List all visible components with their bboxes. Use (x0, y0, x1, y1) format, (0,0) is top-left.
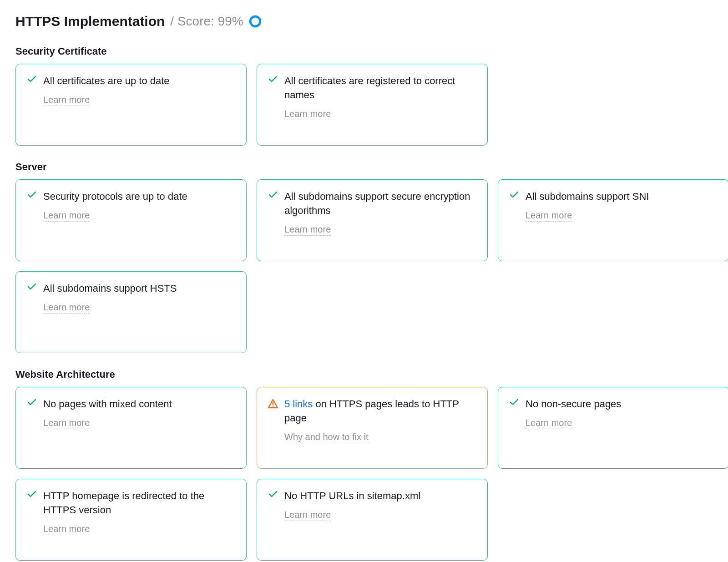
card-no-http-urls-sitemap: No HTTP URLs in sitemap.xml Learn more (257, 479, 488, 561)
learn-more-link[interactable]: Learn more (284, 223, 331, 236)
learn-more-link[interactable]: Learn more (284, 509, 331, 521)
card-text: No non-secure pages (526, 397, 621, 411)
card-certificates-up-to-date: All certificates are up to date Learn mo… (15, 64, 247, 146)
card-hsts-support: All subdomains support HSTS Learn more (15, 271, 247, 353)
check-icon (509, 190, 519, 198)
card-text: All subdomains support HSTS (43, 282, 177, 296)
learn-more-link[interactable]: Learn more (284, 108, 331, 120)
card-no-mixed-content: No pages with mixed content Learn more (15, 387, 247, 469)
section-title-website-architecture: Website Architecture (15, 369, 713, 380)
score-donut-icon (249, 15, 262, 28)
learn-more-link[interactable]: Learn more (43, 209, 90, 222)
learn-more-link[interactable]: Learn more (43, 523, 90, 535)
card-grid-server: Security protocols are up to date Learn … (15, 179, 713, 353)
page-header: HTTPS Implementation / Score: 99% (15, 14, 713, 29)
learn-more-link[interactable]: Learn more (43, 301, 90, 314)
card-sni-support: All subdomains support SNI Learn more (498, 179, 728, 261)
card-security-protocols: Security protocols are up to date Learn … (15, 179, 247, 261)
check-icon (27, 489, 37, 497)
learn-more-link[interactable]: Learn more (43, 417, 90, 429)
card-text: 5 links on HTTPS pages leads to HTTP pag… (284, 397, 476, 425)
check-icon (268, 74, 278, 82)
card-text: No pages with mixed content (43, 397, 172, 411)
svg-point-3 (273, 405, 274, 407)
score-label: / Score: 99% (170, 14, 243, 29)
card-text: No HTTP URLs in sitemap.xml (284, 489, 420, 503)
card-https-to-http-links: 5 links on HTTPS pages leads to HTTP pag… (257, 387, 488, 469)
check-icon (27, 74, 37, 82)
card-secure-encryption: All subdomains support secure encryption… (257, 179, 488, 261)
section-title-server: Server (15, 161, 713, 173)
check-icon (27, 397, 37, 405)
check-icon (27, 282, 37, 290)
svg-point-1 (250, 16, 260, 26)
check-icon (268, 190, 278, 198)
card-certificates-correct-names: All certificates are registered to corre… (257, 64, 488, 146)
check-icon (268, 489, 278, 497)
card-text: All subdomains support secure encryption… (284, 190, 476, 218)
card-no-nonsecure-pages: No non-secure pages Learn more (498, 387, 728, 469)
learn-more-link[interactable]: Learn more (43, 94, 90, 106)
learn-more-link[interactable]: Learn more (526, 209, 572, 222)
issue-count-link[interactable]: 5 links (284, 398, 313, 410)
section-title-security-certificate: Security Certificate (15, 46, 713, 57)
check-icon (509, 397, 519, 405)
card-grid-security-certificate: All certificates are up to date Learn mo… (15, 64, 713, 146)
page-title: HTTPS Implementation (15, 14, 165, 29)
fix-link[interactable]: Why and how to fix it (284, 431, 369, 443)
card-text: All certificates are registered to corre… (284, 74, 476, 102)
card-http-redirect-https: HTTP homepage is redirected to the HTTPS… (15, 479, 247, 561)
warning-icon (268, 397, 278, 408)
card-text: All subdomains support SNI (526, 190, 649, 204)
learn-more-link[interactable]: Learn more (526, 417, 572, 429)
card-text: All certificates are up to date (43, 74, 170, 88)
card-text: Security protocols are up to date (43, 190, 187, 204)
card-grid-website-architecture: No pages with mixed content Learn more 5… (15, 387, 713, 561)
check-icon (27, 190, 37, 198)
card-text: HTTP homepage is redirected to the HTTPS… (43, 489, 235, 517)
